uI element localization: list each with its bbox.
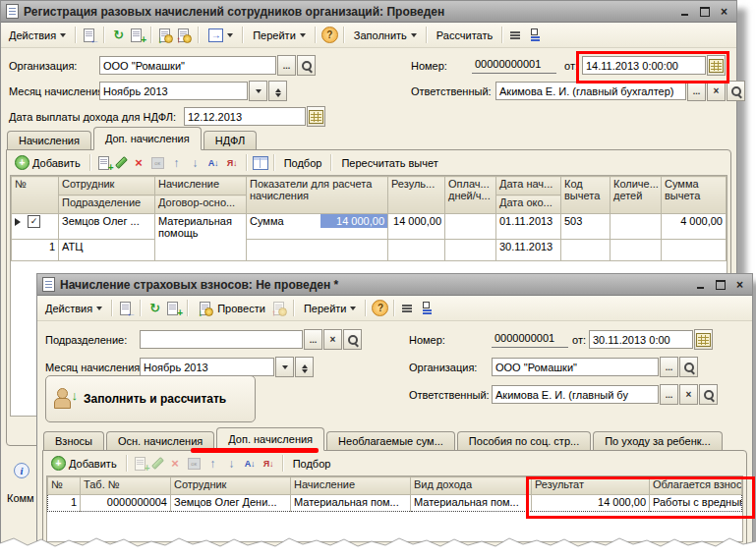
sort-ascending-icon[interactable]: А↓ [205,155,222,171]
titlebar[interactable]: Начисление страховых взносов: Не проведе… [37,274,752,296]
copy-row-icon[interactable]: + [133,456,149,472]
write-and-close-icon[interactable]: ← [82,28,98,43]
cell-department[interactable]: АТЦ [59,240,155,261]
titlebar[interactable]: Регистрация разовых начислений сотрудник… [1,1,736,23]
help-icon[interactable]: ? [372,300,388,316]
cell-line-number[interactable]: 1 [48,495,81,512]
cell-indicators-2[interactable] [247,240,388,261]
refresh-icon[interactable] [110,28,127,43]
document-structure-icon[interactable] [400,301,419,316]
maximize-button[interactable] [713,278,727,292]
organization-open-button[interactable] [297,55,316,76]
department-clear-button[interactable]: × [323,329,342,350]
number-field[interactable]: 00000000001 [472,58,556,74]
col-header-paid-days[interactable]: Оплач... дней/ч... [445,177,496,214]
pick-button[interactable]: Подбор [289,456,335,472]
settings-list-icon[interactable] [421,301,439,316]
department-open-button[interactable] [343,329,362,350]
responsible-clear-button[interactable]: × [679,384,698,405]
cell-taxable[interactable]: Работы с вредным... [650,495,742,512]
cell-deduction-code-2[interactable] [561,240,611,261]
fill-and-calculate-button[interactable]: ↓ Заполнить и рассчитать [45,375,256,422]
cell-date-start[interactable]: 01.11.2013 [496,214,561,240]
responsible-open-button[interactable] [727,81,745,101]
goto-menu-button[interactable]: Перейти [249,28,310,43]
col-header-result[interactable]: Резуль... [388,177,445,214]
copy-row-icon[interactable]: + [96,155,113,171]
end-edit-icon[interactable]: ок [149,155,166,171]
cell-result[interactable]: 14 000,00 [388,214,445,240]
month-field[interactable]: Ноябрь 2013 [140,358,274,376]
col-header-deduction-sum[interactable]: Сумма вычета [662,177,727,214]
cell-deduction-sum-2[interactable] [662,240,727,261]
add-row-button[interactable]: +Добавить [11,153,85,172]
col-header-contract[interactable]: Договор-осно... [155,196,247,214]
table-row[interactable]: 1 АТЦ 30.11.2013 [12,240,727,261]
settings-list-icon[interactable] [529,28,548,43]
close-button[interactable]: × [717,5,731,19]
col-header-income-type[interactable]: Вид дохода [411,477,532,495]
month-dropdown-button[interactable] [249,81,267,101]
organization-select-button[interactable]: ... [277,55,296,76]
col-header-num[interactable]: № [48,477,81,495]
responsible-field[interactable]: Акимова Е. И. (главный бу [492,385,659,404]
move-down-icon[interactable]: ↓ [187,155,204,171]
grid-settings-icon[interactable] [253,156,268,170]
cell-paid-days-2[interactable] [445,240,496,261]
tab-main-accruals[interactable]: Осн. начисления [106,431,214,450]
cell-line-number[interactable]: 1 [12,240,59,261]
col-header-accrual[interactable]: Начисление [155,177,247,196]
move-up-icon[interactable]: ↑ [168,155,185,171]
sort-descending-icon[interactable]: Я↓ [224,155,241,171]
recalc-deduction-button[interactable]: Пересчитать вычет [337,155,441,171]
responsible-field[interactable]: Акимова Е. И. (главный бухгалтер) [495,82,686,100]
number-field[interactable]: 0000000001 [492,332,568,348]
organization-field[interactable]: ООО "Ромашки" [99,56,276,75]
date-field[interactable]: 30.11.2013 0:00 [589,330,693,349]
refresh-icon[interactable] [146,301,163,316]
post-document-icon[interactable]: ↓ [157,28,174,43]
edit-row-icon[interactable] [115,155,129,171]
actions-menu-button[interactable]: Действия [5,28,70,43]
copy-document-icon[interactable]: + [129,28,145,43]
cell-children[interactable] [611,214,662,240]
indicator-name[interactable]: Сумма [247,214,320,228]
sort-descending-icon[interactable]: Я↓ [261,456,277,472]
delete-row-icon[interactable]: × [131,155,147,171]
post-button[interactable]: ↓Провести [194,299,269,318]
month-spinner[interactable] [295,357,314,377]
month-field[interactable]: Ноябрь 2013 [99,82,248,100]
tab-ndfl[interactable]: НДФЛ [204,131,257,149]
cell-employee[interactable]: Земцов Олег Дени... [171,495,291,512]
payout-date-field[interactable]: 12.12.2013 [184,107,306,126]
col-header-num[interactable]: № [12,177,59,214]
tab-additional-accruals[interactable]: Доп. начисления [216,427,324,451]
month-dropdown-button[interactable] [275,357,294,377]
col-header-date-end[interactable]: Дата око... [496,196,561,214]
cell-employee[interactable]: Земцов Олег ... [59,214,155,240]
responsible-clear-button[interactable]: × [707,81,726,101]
date-field[interactable]: 14.11.2013 0:00:00 [582,56,706,75]
indicator-value-selected[interactable]: 14 000,00 [320,214,387,228]
col-header-accrual[interactable]: Начисление [291,477,411,495]
responsible-open-button[interactable] [699,384,718,405]
department-field[interactable] [140,330,303,349]
cell-date-end[interactable]: 30.11.2013 [496,240,561,261]
tab-childcare[interactable]: По уходу за ребенк... [593,431,723,450]
copy-document-icon[interactable]: + [165,301,182,316]
col-header-taxable[interactable]: Облагается взноса... [650,477,742,495]
calculate-button[interactable]: Рассчитать [433,28,496,43]
cell-deduction-sum[interactable]: 4 000,00 [662,214,727,240]
cell-accrual[interactable]: Материальная пом... [291,495,411,512]
move-up-icon[interactable]: ↑ [204,456,221,472]
cell-indicators[interactable]: Сумма14 000,00 [247,214,388,240]
add-row-button[interactable]: +Добавить [47,454,121,473]
unpost-document-icon[interactable]: ↑ [176,28,193,43]
cell-children-2[interactable] [611,240,662,261]
department-select-button[interactable]: ... [304,329,322,350]
unpost-document-icon[interactable]: ↑ [271,301,288,316]
tab-additional-accruals[interactable]: Доп. начисления [93,127,202,150]
cell-deduction-code[interactable]: 503 [561,214,611,240]
fill-menu-button[interactable]: Заполнить [350,28,421,43]
cell-result-2[interactable] [388,240,445,261]
